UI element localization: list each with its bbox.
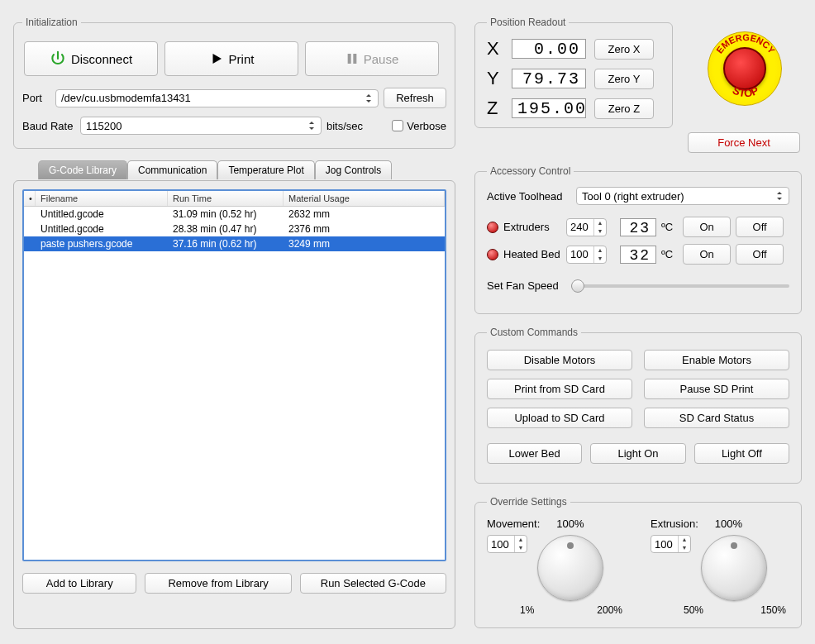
svg-rect-0 xyxy=(347,54,350,64)
remove-from-library-button[interactable]: Remove from Library xyxy=(145,573,291,594)
table-row[interactable]: paste pushers.gcode 37.16 min (0.62 hr) … xyxy=(24,236,445,251)
bed-off-button[interactable]: Off xyxy=(736,244,784,265)
pause-label: Pause xyxy=(364,52,399,66)
zero-y-button[interactable]: Zero Y xyxy=(594,69,654,89)
axis-y-value: 79.73 xyxy=(512,69,586,88)
print-label: Print xyxy=(229,52,255,66)
add-to-library-button[interactable]: Add to Library xyxy=(22,573,136,594)
fan-speed-slider[interactable] xyxy=(571,284,789,288)
extrusion-label: Extrusion: xyxy=(651,518,698,530)
stepper-down-icon: ▼ xyxy=(594,255,606,263)
tab-temperature-plot[interactable]: Temperature Plot xyxy=(217,160,314,179)
stepper-up-icon: ▲ xyxy=(594,246,606,255)
gcode-listbox[interactable]: • Filename Run Time Material Usage Untit… xyxy=(22,189,446,561)
extrusion-knob[interactable] xyxy=(701,535,767,601)
light-on-button[interactable]: Light On xyxy=(590,443,685,464)
fan-speed-label: Set Fan Speed xyxy=(487,279,563,292)
svg-text:EMERGENCY: EMERGENCY xyxy=(714,32,777,55)
initialization-legend: Initialization xyxy=(22,17,81,28)
axis-z-value: 195.00 xyxy=(512,98,586,118)
disable-motors-button[interactable]: Disable Motors xyxy=(487,350,632,370)
lower-bed-button[interactable]: Lower Bed xyxy=(487,443,582,464)
table-row[interactable]: Untitled.gcode 31.09 min (0.52 hr) 2632 … xyxy=(24,207,445,222)
refresh-button[interactable]: Refresh xyxy=(384,88,446,108)
stepper-up-icon: ▲ xyxy=(515,536,527,544)
gcode-library-pane: • Filename Run Time Material Usage Untit… xyxy=(13,180,455,629)
play-icon xyxy=(209,51,224,66)
slider-thumb-icon xyxy=(571,279,584,293)
svg-rect-1 xyxy=(353,54,356,64)
deg-c-label: ºC xyxy=(661,221,673,233)
pause-button[interactable]: Pause xyxy=(305,41,439,76)
force-next-button[interactable]: Force Next xyxy=(688,132,800,153)
emergency-stop-button[interactable]: EMERGENCY STOP xyxy=(708,31,782,106)
extruder-current-temp: 23 xyxy=(620,218,656,236)
axis-z-label: Z xyxy=(487,98,503,119)
movement-value-stepper[interactable]: ▲▼ xyxy=(487,535,527,553)
stepper-up-icon: ▲ xyxy=(679,536,690,544)
tab-jog-controls[interactable]: Jog Controls xyxy=(315,160,392,179)
movement-percent: 100% xyxy=(556,518,584,530)
zero-z-button[interactable]: Zero Z xyxy=(594,98,654,119)
bed-on-button[interactable]: On xyxy=(683,244,731,265)
extruder-off-button[interactable]: Off xyxy=(736,217,784,237)
tab-communication[interactable]: Communication xyxy=(127,160,217,179)
stepper-down-icon: ▼ xyxy=(515,544,527,552)
axis-y-label: Y xyxy=(487,68,503,89)
override-settings-panel: Override Settings Movement: 100% ▲▼ 1% 2… xyxy=(474,496,802,628)
list-header-material[interactable]: Material Usage xyxy=(284,191,445,206)
svg-text:STOP: STOP xyxy=(731,83,760,99)
list-header-marker[interactable]: • xyxy=(24,191,36,206)
port-select[interactable]: /dev/cu.usbmodemfa13431 xyxy=(55,89,379,107)
verbose-checkbox[interactable]: Verbose xyxy=(392,120,446,132)
print-from-sd-button[interactable]: Print from SD Card xyxy=(487,379,632,399)
disconnect-button[interactable]: Disconnect xyxy=(24,41,158,76)
port-label: Port xyxy=(22,92,50,104)
pause-icon xyxy=(346,51,359,66)
axis-x-value: 0.00 xyxy=(512,39,586,59)
movement-knob[interactable] xyxy=(537,535,603,601)
run-selected-button[interactable]: Run Selected G-Code xyxy=(300,573,446,594)
baud-label: Baud Rate xyxy=(22,120,75,132)
movement-max: 200% xyxy=(597,604,622,616)
extruders-label: Extruders xyxy=(503,221,561,233)
active-toolhead-select[interactable]: Tool 0 (right extruder) xyxy=(576,187,789,205)
extruder-on-button[interactable]: On xyxy=(683,217,731,237)
movement-label: Movement: xyxy=(487,518,540,530)
list-header-filename[interactable]: Filename xyxy=(36,191,168,206)
table-row[interactable]: Untitled.gcode 28.38 min (0.47 hr) 2376 … xyxy=(24,222,445,236)
movement-min: 1% xyxy=(520,604,534,616)
extrusion-min: 50% xyxy=(684,604,703,616)
position-legend: Position Readout xyxy=(487,17,569,28)
extrusion-percent: 100% xyxy=(715,518,742,530)
light-off-button[interactable]: Light Off xyxy=(694,443,789,464)
print-button[interactable]: Print xyxy=(164,41,298,76)
stepper-down-icon: ▼ xyxy=(594,227,606,236)
extrusion-value-stepper[interactable]: ▲▼ xyxy=(651,535,691,553)
extruder-setpoint-stepper[interactable]: ▲▼ xyxy=(566,218,607,236)
stepper-down-icon: ▼ xyxy=(679,544,690,552)
enable-motors-button[interactable]: Enable Motors xyxy=(644,350,789,370)
custom-commands-legend: Custom Commands xyxy=(487,327,581,338)
estop-ring-text: EMERGENCY STOP xyxy=(708,32,783,107)
axis-x-label: X xyxy=(487,38,503,60)
initialization-panel: Initialization Disconnect Print xyxy=(13,17,455,149)
heated-bed-label: Heated Bed xyxy=(503,248,561,260)
sd-card-status-button[interactable]: SD Card Status xyxy=(644,408,789,428)
tab-gcode-library[interactable]: G-Code Library xyxy=(38,160,127,179)
baud-select[interactable]: 115200 xyxy=(80,117,322,135)
bed-current-temp: 32 xyxy=(620,246,656,264)
pause-sd-print-button[interactable]: Pause SD Print xyxy=(644,379,789,399)
accessory-legend: Accessory Control xyxy=(487,165,574,177)
list-header-runtime[interactable]: Run Time xyxy=(168,191,284,206)
zero-x-button[interactable]: Zero X xyxy=(594,39,654,60)
left-tab-panel: G-Code Library Communication Temperature… xyxy=(13,162,455,629)
extrusion-max: 150% xyxy=(760,604,786,616)
extruder-led-icon xyxy=(487,222,498,233)
upload-to-sd-button[interactable]: Upload to SD Card xyxy=(487,408,632,428)
power-icon xyxy=(50,50,66,67)
checkbox-icon xyxy=(392,120,403,131)
baud-unit: bits/sec xyxy=(326,120,363,132)
bed-setpoint-stepper[interactable]: ▲▼ xyxy=(566,246,607,264)
accessory-control-panel: Accessory Control Active Toolhead Tool 0… xyxy=(474,165,802,314)
